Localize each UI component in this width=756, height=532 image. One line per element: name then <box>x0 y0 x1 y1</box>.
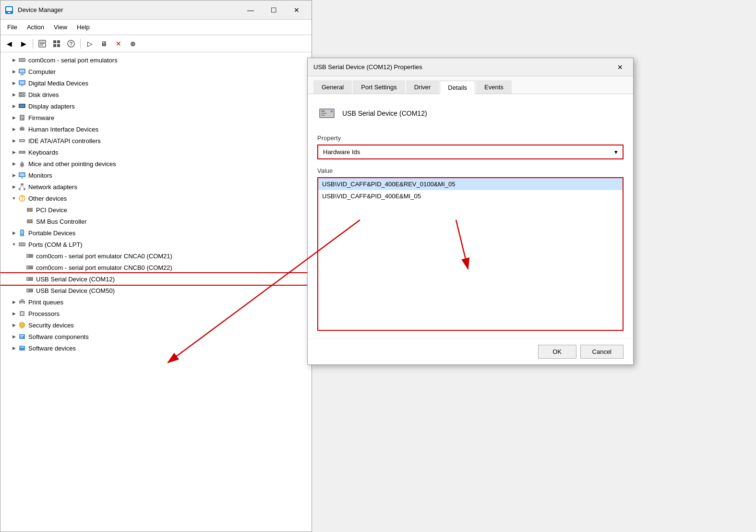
svg-rect-77 <box>21 312 24 315</box>
tab-driver[interactable]: Driver <box>406 80 439 94</box>
tree-item-monitors[interactable]: ▶ Monitors <box>0 169 312 181</box>
svg-rect-5 <box>40 43 45 44</box>
svg-rect-14 <box>20 59 21 61</box>
label-ide: IDE ATA/ATAPI controllers <box>28 137 101 145</box>
close-button[interactable]: ✕ <box>286 2 308 18</box>
svg-rect-4 <box>40 42 45 43</box>
tab-details[interactable]: Details <box>440 81 475 94</box>
label-other-devices: Other devices <box>28 195 67 202</box>
value-item-2[interactable]: USB\VID_CAFF&PID_400E&MI_05 <box>318 190 623 202</box>
label-network: Network adapters <box>28 183 77 191</box>
icon-sm-bus <box>25 217 34 226</box>
properties-button[interactable] <box>36 37 49 50</box>
menu-action[interactable]: Action <box>22 22 49 33</box>
value-item-1[interactable]: USB\VID_CAFF&PID_400E&REV_0100&MI_05 <box>318 178 623 190</box>
svg-rect-38 <box>20 152 21 153</box>
toggle-hid: ▶ <box>10 125 18 133</box>
svg-rect-6 <box>40 45 43 46</box>
tree-item-keyboards[interactable]: ▶ Keyboards <box>0 146 312 158</box>
toggle-other-devices: ▼ <box>10 194 18 202</box>
svg-line-50 <box>20 185 22 188</box>
tree-item-computer[interactable]: ▶ Computer <box>0 66 312 77</box>
forward-button[interactable]: ▶ <box>17 37 30 50</box>
tree-item-disk-drives[interactable]: ▶ Disk drives <box>0 89 312 100</box>
label-ports: Ports (COM & LPT) <box>28 241 83 248</box>
tree-item-software-devices[interactable]: ▶ Software devices <box>0 342 312 354</box>
tree-item-display-adapters[interactable]: ▶ Display adapters <box>0 100 312 112</box>
view-button[interactable] <box>50 37 63 50</box>
svg-rect-28 <box>20 105 24 107</box>
tree-item-firmware[interactable]: ▶ Firmware <box>0 112 312 123</box>
tab-general[interactable]: General <box>313 80 352 94</box>
tree-item-sm-bus[interactable]: SM Bus Controller <box>0 216 312 227</box>
svg-rect-23 <box>21 85 24 86</box>
tab-events[interactable]: Events <box>476 80 512 94</box>
tree-item-portable[interactable]: ▶ Portable Devices <box>0 227 312 239</box>
device-tree[interactable]: ▶ com0com - serial port emulators ▶ Comp… <box>0 52 312 532</box>
tree-item-hid[interactable]: ▶ Human Interface Devices <box>0 123 312 135</box>
tree-item-network[interactable]: ▶ Network adapters <box>0 181 312 193</box>
minimize-button[interactable]: — <box>240 2 262 18</box>
label-com0com: com0com - serial port emulators <box>28 57 118 64</box>
svg-rect-19 <box>21 74 24 75</box>
menu-view[interactable]: View <box>49 22 72 33</box>
dialog-footer: OK Cancel <box>308 339 633 364</box>
tree-item-ide[interactable]: ▶ IDE ATA/ATAPI controllers <box>0 135 312 146</box>
run-button[interactable]: ▷ <box>83 37 96 50</box>
tree-item-security[interactable]: ▶ Security devices <box>0 319 312 331</box>
svg-rect-49 <box>24 188 25 190</box>
menu-help[interactable]: Help <box>72 22 95 33</box>
svg-rect-82 <box>20 347 24 348</box>
maximize-button[interactable]: ☐ <box>263 2 285 18</box>
icon-usb-com12 <box>25 275 34 283</box>
icon-mice <box>18 159 26 168</box>
menu-file[interactable]: File <box>2 22 22 33</box>
help-icon-button[interactable]: ? <box>64 37 78 50</box>
svg-rect-48 <box>19 188 21 190</box>
value-list[interactable]: USB\VID_CAFF&PID_400E&REV_0100&MI_05 USB… <box>317 177 624 331</box>
toggle-software-devices: ▶ <box>10 344 18 352</box>
tab-port-settings[interactable]: Port Settings <box>353 80 405 94</box>
tree-item-pci-device[interactable]: PCI Device <box>0 204 312 216</box>
label-processors: Processors <box>28 310 60 317</box>
tree-item-com0com-cncb0[interactable]: com0com - serial port emulator CNCB0 (CO… <box>0 262 312 273</box>
svg-rect-40 <box>23 152 24 153</box>
tree-item-other-devices[interactable]: ▼ ? Other devices <box>0 193 312 204</box>
svg-rect-85 <box>321 110 325 112</box>
tree-item-com0com-cnca0[interactable]: com0com - serial port emulator CNCA0 (CO… <box>0 250 312 262</box>
icon-other-devices: ? <box>18 194 26 203</box>
monitor-button[interactable]: 🖥 <box>97 37 111 50</box>
svg-rect-8 <box>57 40 60 43</box>
toggle-mice: ▶ <box>10 160 18 168</box>
icon-processors <box>18 309 26 318</box>
tree-item-ports[interactable]: ▼ Ports (COM & LPT) <box>0 239 312 250</box>
svg-rect-9 <box>53 44 56 47</box>
svg-rect-10 <box>57 44 60 47</box>
remove-button[interactable]: ✕ <box>112 37 125 50</box>
tree-item-processors[interactable]: ▶ Processors <box>0 308 312 319</box>
tree-item-usb-serial-com50[interactable]: USB Serial Device (COM50) <box>0 285 312 296</box>
svg-rect-64 <box>24 243 24 245</box>
tree-item-digital-media[interactable]: ▶ Digital Media Devices <box>0 77 312 89</box>
tree-item-software-components[interactable]: ▶ Software components <box>0 331 312 342</box>
back-button[interactable]: ◀ <box>2 37 16 50</box>
tree-item-usb-serial-com12[interactable]: USB Serial Device (COM12) <box>0 273 312 285</box>
dialog-close-button[interactable]: ✕ <box>613 60 627 74</box>
label-digital-media: Digital Media Devices <box>28 80 88 87</box>
tree-item-com0com[interactable]: ▶ com0com - serial port emulators <box>0 54 312 66</box>
tree-item-print-queues[interactable]: ▶ Print queues <box>0 296 312 308</box>
toggle-firmware: ▶ <box>10 114 18 121</box>
toggle-disk-drives: ▶ <box>10 91 18 98</box>
label-keyboards: Keyboards <box>28 149 58 156</box>
svg-rect-34 <box>21 126 23 128</box>
tree-item-mice[interactable]: ▶ Mice and other pointing devices <box>0 158 312 169</box>
property-dropdown[interactable]: Hardware Ids ▾ <box>317 145 624 159</box>
svg-rect-68 <box>27 266 28 268</box>
icon-print <box>18 298 26 306</box>
cancel-button[interactable]: Cancel <box>580 345 624 359</box>
toolbar-separator-1 <box>33 39 33 48</box>
ok-button[interactable]: OK <box>538 345 576 359</box>
update-button[interactable]: ⊕ <box>126 37 140 50</box>
icon-disk-drives <box>18 90 26 99</box>
icon-com0com <box>18 56 26 64</box>
